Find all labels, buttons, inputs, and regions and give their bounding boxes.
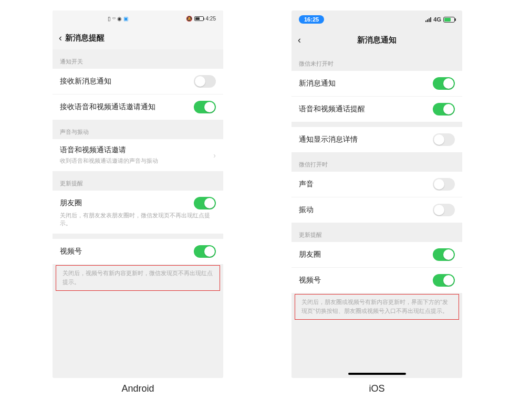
sim-icon: ▯ [108, 16, 111, 22]
chevron-right-icon: › [213, 151, 216, 160]
row-show-detail[interactable]: 通知显示消息详情 [291, 127, 462, 152]
signal-icon [425, 17, 431, 22]
toggle-sound[interactable] [433, 178, 455, 191]
row-moments[interactable]: 朋友圈 关闭后，有朋友发表朋友圈时，微信发现页不再出现红点提示。 [53, 191, 223, 234]
row-label: 新消息通知 [299, 79, 336, 88]
android-header: ‹ 新消息提醒 [53, 26, 223, 49]
row-sublabel: 关闭后，有朋友发表朋友圈时，微信发现页不再出现红点提示。 [60, 212, 216, 227]
toggle-channels-ios[interactable] [433, 274, 455, 287]
group-header-update: 更新提醒 [291, 223, 462, 242]
toggle-receive-av[interactable] [194, 101, 216, 113]
ios-footer-note: 关闭后，朋友圈或视频号有新内容更新时，界面下方的"发现页"切换按钮、朋友圈或视频… [295, 294, 459, 320]
status-time: 4:25 [206, 16, 216, 22]
back-icon[interactable]: ‹ [59, 33, 62, 44]
row-av-remind[interactable]: 语音和视频通话提醒 [291, 96, 462, 122]
row-channels-ios[interactable]: 视频号 [291, 267, 462, 293]
row-sublabel: 收到语音和视频通话邀请的声音与振动 [60, 157, 213, 165]
row-label: 振动 [299, 205, 314, 215]
toggle-moments-ios[interactable] [433, 248, 455, 261]
row-label: 接收语音和视频通话邀请通知 [60, 102, 155, 112]
row-label: 接收新消息通知 [60, 77, 111, 86]
app-icon: ◉ [117, 16, 122, 22]
page-title: 新消息通知 [357, 35, 397, 45]
row-label: 朋友圈 [60, 198, 82, 208]
toggle-moments[interactable] [194, 197, 216, 209]
row-receive-av[interactable]: 接收语音和视频通话邀请通知 [53, 94, 223, 120]
group-header-notif: 通知开关 [53, 49, 223, 69]
row-label: 视频号 [299, 276, 321, 285]
blue-app-icon: ▣ [123, 16, 128, 22]
battery-icon [443, 17, 455, 23]
group-header-sound: 声音与振动 [53, 120, 223, 139]
ios-statusbar: 16:25 4G [291, 10, 462, 28]
row-msg-notify[interactable]: 新消息通知 [291, 71, 462, 96]
toggle-msg-notify[interactable] [433, 77, 455, 90]
android-statusbar: ▯ ⌔ ◉ ▣ 🔕 4:25 [53, 10, 223, 26]
row-sound[interactable]: 声音 [291, 172, 462, 197]
status-time-capsule: 16:25 [299, 15, 324, 24]
page-title: 新消息提醒 [65, 33, 105, 43]
network-label: 4G [433, 16, 441, 23]
row-av-invite[interactable]: 语音和视频通话邀请 收到语音和视频通话邀请的声音与振动 › [53, 139, 223, 171]
row-label: 视频号 [60, 247, 82, 256]
row-receive-msg[interactable]: 接收新消息通知 [53, 69, 223, 94]
ios-header: ‹ 新消息通知 [291, 28, 462, 51]
toggle-av-remind[interactable] [433, 103, 455, 116]
dnd-icon: 🔕 [186, 16, 192, 22]
group-header-open: 微信打开时 [291, 152, 462, 172]
toggle-channels[interactable] [194, 245, 216, 258]
toggle-vibration[interactable] [433, 204, 455, 216]
row-label: 语音和视频通话邀请 [60, 145, 213, 155]
row-label: 声音 [299, 180, 314, 189]
row-moments-ios[interactable]: 朋友圈 [291, 242, 462, 267]
row-channels[interactable]: 视频号 [53, 239, 223, 264]
group-header-update: 更新提醒 [53, 171, 223, 191]
row-vibration[interactable]: 振动 [291, 197, 462, 223]
battery-icon [194, 16, 204, 21]
toggle-show-detail[interactable] [433, 133, 455, 146]
caption-android: Android [53, 383, 223, 394]
home-indicator[interactable] [348, 373, 406, 375]
row-label: 通知显示消息详情 [299, 135, 358, 144]
caption-ios: iOS [291, 383, 462, 394]
back-icon[interactable]: ‹ [298, 35, 301, 46]
ios-phone: 16:25 4G ‹ 新消息通知 微信未打开时 新消息通知 语音和视频通话提醒 … [291, 10, 462, 378]
channels-footer-note: 关闭后，视频号有新内容更新时，微信发现页不再出现红点提示。 [56, 265, 220, 291]
row-label: 语音和视频通话提醒 [299, 104, 365, 114]
wifi-icon: ⌔ [112, 16, 116, 22]
group-header-closed: 微信未打开时 [291, 51, 462, 71]
toggle-receive-msg[interactable] [194, 75, 216, 88]
row-label: 朋友圈 [299, 250, 321, 259]
android-phone: ▯ ⌔ ◉ ▣ 🔕 4:25 ‹ 新消息提醒 通知开关 接收新消息通知 接收语音… [53, 10, 223, 378]
